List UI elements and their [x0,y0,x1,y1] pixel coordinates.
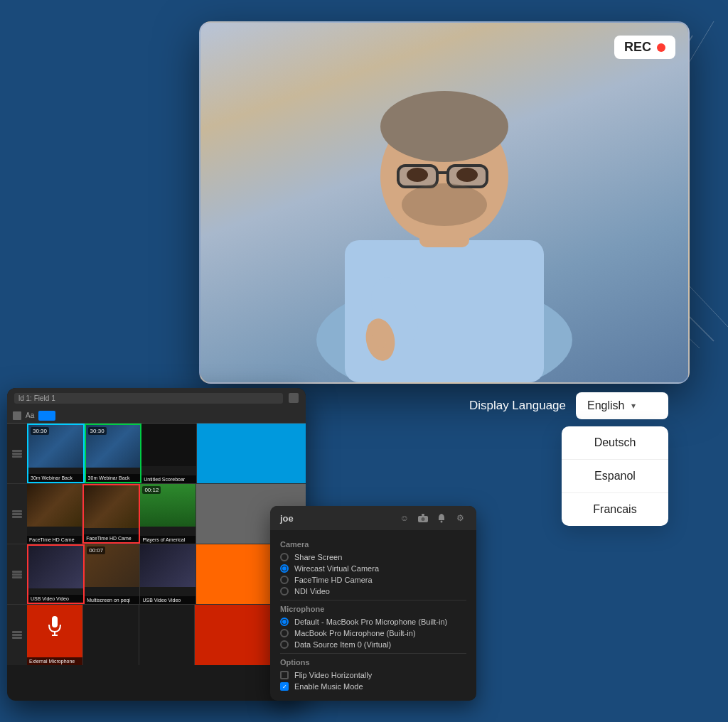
cell-blue-wide [197,424,306,483]
toolbar-layers-icon [13,411,21,420]
timer-multiscreen: 00:07 [87,546,105,554]
wirecast-titlebar: ld 1: Field 1 [7,388,306,408]
svg-point-9 [456,168,478,182]
microphone-section-title: Microphone [280,605,466,613]
radio-mic-datasource[interactable] [280,640,289,649]
checkbox-music[interactable] [280,682,289,691]
label-mic: External Microphone [27,657,82,665]
svg-point-18 [422,517,425,521]
settings-header-icons: ☺ ⚙ [398,512,466,524]
layer-row-2: FaceTime HD Came FaceTime HD Came 00:12 … [7,484,306,544]
label-facetime-2: FaceTime HD Came [84,534,139,542]
label-mic-macbook: MacBook Pro Microphone (Built-in) [294,629,416,637]
cell-usb-1[interactable]: USB Video Video [27,544,85,604]
label-wirecast: Wirecast Virtual Camera [294,564,379,573]
wirecast-panel: ld 1: Field 1 Aa 30:30 30m Webinar Back [7,388,306,701]
option-flip-video[interactable]: Flip Video Horizontally [280,671,466,679]
language-control: Display Language English ▾ Deutsch Espan… [469,392,668,419]
label-ndi: NDI Video [294,587,330,596]
video-screen: REC [199,21,690,384]
cell-football[interactable]: 00:12 Players of Americal [140,484,196,544]
radio-ndi[interactable] [280,587,289,596]
layer-cells-4: External Microphone [27,605,306,665]
layer-row-3: USB Video Video 00:07 Multiscreen on peq… [7,544,306,605]
option-music-mode[interactable]: Enable Music Mode [280,682,466,691]
cell-usb-2[interactable]: USB Video Video [140,544,196,604]
cell-empty-1 [83,605,139,665]
language-option-francais[interactable]: Francais [562,493,668,526]
timer-football: 00:12 [142,486,161,494]
camera-option-wirecast[interactable]: Wirecast Virtual Camera [280,564,466,573]
settings-panel: joe ☺ ⚙ Camera Share [270,506,476,701]
divider-2 [280,653,466,654]
label-football: Players of Americal [140,536,195,544]
emoji-icon[interactable]: ☺ [398,512,411,524]
language-dropdown[interactable]: English ▾ Deutsch Espanol Francais [576,392,668,419]
timer-1: 30:30 [31,427,49,435]
titlebar-icon [289,393,299,403]
mic-option-default[interactable]: Default - MacBook Pro Microphone (Built-… [280,618,466,626]
radio-facetime[interactable] [280,576,289,584]
checkbox-flip[interactable] [280,671,289,679]
label-share-screen: Share Screen [294,553,342,561]
camera-icon[interactable] [417,512,429,524]
settings-username: joe [280,513,294,524]
cell-scoreboard[interactable]: Untitled Scoreboar [141,424,197,483]
divider-1 [280,600,466,600]
label-music: Enable Music Mode [294,682,363,691]
cell-empty-2 [139,605,196,665]
label-usb-2: USB Video Video [140,596,195,604]
svg-rect-19 [422,514,424,516]
radio-mic-default[interactable] [280,618,289,626]
layer-row-1: 30:30 30m Webinar Back 30:30 30m Webinar… [7,424,306,484]
cell-webinar-1[interactable]: 30:30 30m Webinar Back [27,424,85,483]
svg-rect-14 [52,616,58,627]
cell-facetime-1[interactable]: FaceTime HD Came [27,484,82,544]
gear-icon[interactable]: ⚙ [454,512,466,524]
svg-point-20 [441,521,443,523]
cell-multiscreen[interactable]: 00:07 Multiscreen on peqi [85,544,140,604]
camera-option-ndi[interactable]: NDI Video [280,587,466,596]
radio-wirecast[interactable] [280,564,289,573]
camera-section-title: Camera [280,540,466,549]
camera-option-facetime[interactable]: FaceTime HD Camera [280,576,466,584]
cell-mic[interactable]: External Microphone [27,605,83,665]
label-scoreboard: Untitled Scoreboar [141,475,196,483]
video-preview-panel: REC Display Language English ▾ Deutsch E… [199,21,690,384]
cell-webinar-2[interactable]: 30:30 30m Webinar Back [85,424,142,483]
label-webinar-1: 30m Webinar Back [28,474,83,482]
radio-share-screen[interactable] [280,553,289,561]
layer-row-4: External Microphone [7,605,306,665]
options-section-title: Options [280,658,466,667]
language-selected-value: English [587,399,624,412]
layer-icon-2 [7,484,27,544]
layer-icon-4 [7,605,27,665]
dropdown-arrow-icon: ▾ [631,401,636,411]
rec-label: REC [624,40,651,55]
layer-icon-3 [7,544,27,604]
toolbar-blue-btn[interactable] [38,411,55,421]
layer-cells-2: FaceTime HD Came FaceTime HD Came 00:12 … [27,484,306,544]
label-usb-1: USB Video Video [28,595,83,603]
settings-body: Camera Share Screen Wirecast Virtual Cam… [270,530,476,701]
cell-facetime-2[interactable]: FaceTime HD Came [82,484,140,544]
camera-option-share-screen[interactable]: Share Screen [280,553,466,561]
mic-option-macbook[interactable]: MacBook Pro Microphone (Built-in) [280,629,466,637]
layer-cells-3: USB Video Video 00:07 Multiscreen on peq… [27,544,306,604]
label-mic-datasource: Data Source Item 0 (Virtual) [294,640,391,649]
radio-mic-macbook[interactable] [280,629,289,637]
label-mic-default: Default - MacBook Pro Microphone (Built-… [294,618,447,626]
label-flip: Flip Video Horizontally [294,671,372,679]
layer-cells-1: 30:30 30m Webinar Back 30:30 30m Webinar… [27,424,306,483]
language-option-deutsch[interactable]: Deutsch [562,426,668,460]
mic-option-datasource[interactable]: Data Source Item 0 (Virtual) [280,640,466,649]
svg-point-10 [402,183,487,226]
rec-badge: REC [614,36,675,59]
label-webinar-2: 30m Webinar Back [86,474,141,482]
toolbar-aa: Aa [26,411,34,419]
language-option-espanol[interactable]: Espanol [562,460,668,493]
bell-icon[interactable] [435,512,448,524]
person-in-video [267,41,622,382]
layer-icon-1 [7,424,27,483]
svg-point-4 [380,91,508,162]
